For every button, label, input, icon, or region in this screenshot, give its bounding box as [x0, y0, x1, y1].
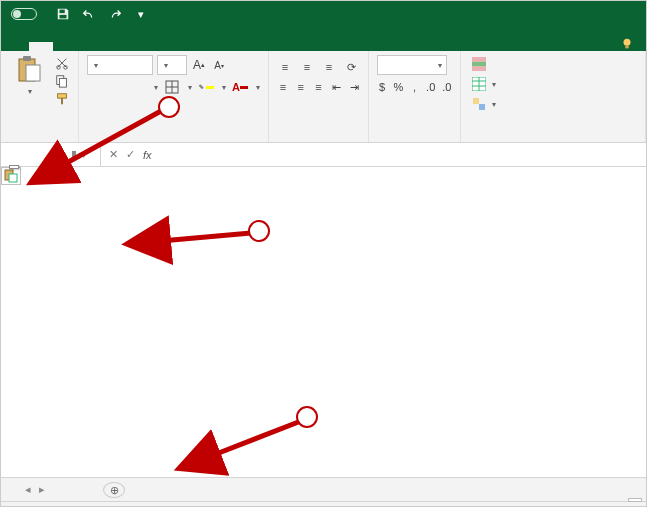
chevron-down-icon: ▾ — [492, 100, 496, 109]
paste-button[interactable]: ▾ — [9, 55, 48, 96]
group-styles-label — [469, 138, 637, 140]
ribbon-tabs — [1, 27, 646, 51]
name-box-tooltip — [9, 165, 19, 169]
ribbon: ▾ ▾ ▾ A▴ A▾ ▾ ▾ — [1, 51, 646, 143]
status-bar — [1, 501, 646, 507]
chevron-down-icon[interactable]: ▾ — [222, 83, 226, 92]
autosave-toggle[interactable] — [7, 8, 41, 20]
paste-icon — [16, 55, 42, 83]
new-sheet-button[interactable]: ⊕ — [103, 482, 125, 498]
formula-controls: ✕ ✓ fx — [101, 148, 160, 161]
number-format-select[interactable]: ▾ — [377, 55, 447, 75]
chevron-down-icon[interactable]: ▾ — [94, 61, 98, 70]
chevron-down-icon[interactable]: ▾ — [188, 83, 192, 92]
format-painter-icon[interactable] — [54, 91, 70, 107]
copy-icon[interactable] — [54, 73, 70, 89]
group-alignment-label — [277, 138, 360, 140]
autosave-switch-icon[interactable] — [11, 8, 37, 20]
svg-rect-6 — [26, 65, 40, 81]
svg-rect-25 — [9, 174, 17, 182]
tab-insert[interactable] — [53, 42, 77, 51]
chevron-down-icon[interactable]: ▾ — [28, 87, 32, 96]
worksheet-grid[interactable] — [1, 167, 646, 477]
svg-rect-0 — [60, 10, 65, 14]
save-icon[interactable] — [55, 6, 71, 22]
align-top-icon[interactable]: ≡ — [277, 59, 293, 75]
bold-button[interactable] — [87, 79, 103, 95]
decrease-decimal-icon[interactable]: .0 — [442, 79, 452, 95]
group-font: ▾ ▾ A▴ A▾ ▾ ▾ ▾ A ▾ — [79, 51, 269, 142]
svg-rect-23 — [479, 104, 485, 110]
tab-page-layout[interactable] — [77, 42, 101, 51]
group-number: ▾ $ % , .0 .0 — [369, 51, 461, 142]
formula-bar: ▮ ▾ ✕ ✓ fx — [1, 143, 646, 167]
increase-font-icon[interactable]: A▴ — [191, 57, 207, 73]
tell-me[interactable] — [620, 37, 646, 51]
italic-button[interactable] — [109, 79, 125, 95]
enter-icon[interactable]: ✓ — [126, 148, 135, 161]
title-bar: ▾ — [1, 1, 646, 27]
chevron-down-icon[interactable]: ▾ — [154, 83, 158, 92]
name-box[interactable] — [1, 145, 71, 165]
fx-icon[interactable]: fx — [143, 149, 152, 161]
name-box-dropdown-icon[interactable]: ▾ — [77, 148, 91, 161]
chevron-down-icon[interactable]: ▾ — [256, 83, 260, 92]
group-clipboard: ▾ — [1, 51, 79, 142]
watermark — [628, 498, 642, 502]
tab-formulas[interactable] — [101, 42, 125, 51]
indent-increase-icon[interactable]: ⇥ — [348, 79, 360, 95]
fill-color-icon[interactable] — [198, 79, 214, 95]
chevron-down-icon[interactable]: ▾ — [438, 61, 442, 70]
svg-rect-1 — [60, 15, 67, 19]
sheet-nav-next-icon[interactable]: ▸ — [35, 483, 49, 496]
svg-rect-5 — [23, 56, 31, 61]
comma-icon[interactable]: , — [409, 79, 419, 95]
underline-button[interactable] — [131, 79, 147, 95]
formula-input[interactable] — [160, 145, 646, 165]
format-as-table-button[interactable]: ▾ — [469, 75, 637, 93]
font-name-select[interactable]: ▾ — [87, 55, 153, 75]
align-bottom-icon[interactable]: ≡ — [321, 59, 337, 75]
chevron-down-icon[interactable]: ▾ — [164, 61, 168, 70]
table-icon — [472, 77, 486, 91]
sheet-tab-bar: ◂ ▸ ⊕ — [1, 477, 646, 501]
indent-decrease-icon[interactable]: ⇤ — [330, 79, 342, 95]
group-clipboard-label — [9, 138, 70, 140]
group-number-label — [377, 138, 452, 140]
align-left-icon[interactable]: ≡ — [277, 79, 289, 95]
align-right-icon[interactable]: ≡ — [313, 79, 325, 95]
sheet-nav-prev-icon[interactable]: ◂ — [21, 483, 35, 496]
svg-rect-3 — [625, 46, 629, 49]
group-alignment: ≡ ≡ ≡ ⟳ ≡ ≡ ≡ ⇤ ⇥ — [269, 51, 369, 142]
align-center-icon[interactable]: ≡ — [295, 79, 307, 95]
tab-data[interactable] — [125, 42, 149, 51]
tab-view[interactable] — [173, 42, 197, 51]
increase-decimal-icon[interactable]: .0 — [426, 79, 436, 95]
tab-review[interactable] — [149, 42, 173, 51]
group-font-label — [87, 138, 260, 140]
font-size-select[interactable]: ▾ — [157, 55, 187, 75]
qat-more-icon[interactable]: ▾ — [133, 6, 149, 22]
redo-icon[interactable] — [107, 6, 123, 22]
cancel-icon[interactable]: ✕ — [109, 148, 118, 161]
tab-file[interactable] — [5, 42, 29, 51]
chevron-down-icon: ▾ — [492, 80, 496, 89]
group-styles: ▾ ▾ — [461, 51, 646, 142]
cut-icon[interactable] — [54, 55, 70, 71]
percent-icon[interactable]: % — [393, 79, 403, 95]
conditional-formatting-button[interactable] — [469, 55, 637, 73]
borders-icon[interactable] — [164, 79, 180, 95]
decrease-font-icon[interactable]: A▾ — [211, 57, 227, 73]
svg-rect-17 — [472, 62, 486, 66]
cell-styles-button[interactable]: ▾ — [469, 95, 637, 113]
tab-home[interactable] — [29, 42, 53, 51]
orientation-icon[interactable]: ⟳ — [343, 59, 359, 75]
font-color-icon[interactable]: A — [232, 79, 248, 95]
svg-rect-11 — [58, 94, 67, 98]
align-middle-icon[interactable]: ≡ — [299, 59, 315, 75]
currency-icon[interactable]: $ — [377, 79, 387, 95]
paste-options-icon — [4, 169, 18, 183]
paste-options-button[interactable] — [1, 167, 21, 185]
undo-icon[interactable] — [81, 6, 97, 22]
svg-point-2 — [624, 39, 631, 46]
